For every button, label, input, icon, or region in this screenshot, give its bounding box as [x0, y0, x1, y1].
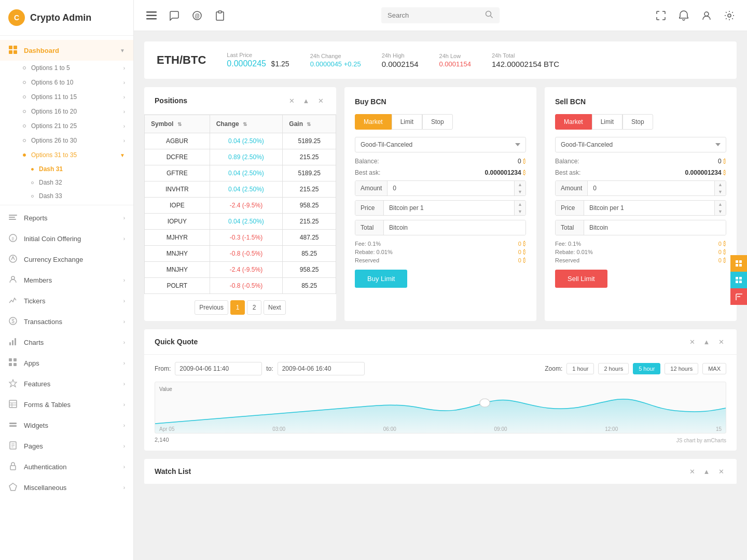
sidebar-item-features[interactable]: Features ›: [0, 373, 133, 394]
user-icon-button[interactable]: [699, 8, 714, 23]
page-1-button[interactable]: 1: [230, 300, 245, 315]
sidebar-item-reports[interactable]: Reports ›: [0, 207, 133, 228]
buy-limit-button[interactable]: Buy Limit: [355, 270, 407, 288]
expand-icon-button[interactable]: [654, 8, 668, 23]
sidebar-item-options-6-10[interactable]: Options 6 to 10 ›: [0, 75, 133, 90]
buy-price-input[interactable]: [384, 201, 514, 215]
high-label: 24h High: [382, 52, 419, 59]
sell-amount-up[interactable]: ▲: [715, 181, 726, 188]
buy-fee-label: Fee: 0.1%: [355, 241, 381, 247]
buy-order-type-select[interactable]: Good-Til-Canceled Immediate-Or-Cancel Fi…: [355, 137, 526, 152]
buy-price-up[interactable]: ▲: [515, 201, 525, 208]
quick-quote-icon1[interactable]: ✕: [687, 337, 697, 347]
buy-price-down[interactable]: ▼: [515, 208, 525, 215]
zoom-1hour-button[interactable]: 1 hour: [566, 363, 594, 374]
sidebar-item-dash32[interactable]: Dash 32: [0, 176, 133, 189]
buy-amount-input[interactable]: [388, 181, 514, 195]
sidebar-item-options-11-15[interactable]: Options 11 to 15 ›: [0, 90, 133, 104]
sell-market-tab[interactable]: Market: [555, 114, 592, 130]
sidebar-item-transactions[interactable]: $ Transactions ›: [0, 311, 133, 332]
sub-arrow: ›: [123, 123, 125, 129]
buy-amount-down[interactable]: ▼: [515, 188, 525, 195]
sub-dot: [23, 110, 26, 113]
buy-amount-up[interactable]: ▲: [515, 181, 525, 188]
right-sidebar-btn-2[interactable]: [730, 272, 747, 288]
sidebar-item-forms[interactable]: Forms & Tables ›: [0, 394, 133, 415]
notification-icon-button[interactable]: [676, 8, 691, 23]
sidebar-item-dash33[interactable]: Dash 33: [0, 189, 133, 203]
sidebar-item-options-1-5[interactable]: Options 1 to 5 ›: [0, 61, 133, 75]
zoom-5hour-button[interactable]: 5 hour: [633, 363, 660, 374]
sidebar-item-options-16-20[interactable]: Options 16 to 20 ›: [0, 104, 133, 119]
svg-point-10: [11, 276, 15, 279]
svg-rect-21: [9, 400, 17, 408]
sidebar-item-label-widgets: Widgets: [24, 422, 123, 429]
quick-quote-icon2[interactable]: ▲: [701, 337, 712, 347]
table-row: AGBUR 0.04 (2.50%) 5189.25: [145, 133, 336, 149]
sidebar-item-apps[interactable]: Apps ›: [0, 353, 133, 373]
zoom-max-button[interactable]: MAX: [702, 363, 726, 374]
sidebar-item-options-21-25[interactable]: Options 21 to 25 ›: [0, 119, 133, 133]
sidebar-item-exchange[interactable]: Currency Exchange: [0, 249, 133, 270]
quick-quote-icon3[interactable]: ✕: [716, 337, 726, 347]
sell-limit-tab[interactable]: Limit: [592, 114, 622, 130]
cell-gain: 215.25: [283, 181, 336, 198]
sell-limit-button[interactable]: Sell Limit: [555, 270, 607, 288]
to-date-input[interactable]: [278, 362, 365, 375]
zoom-12hours-button[interactable]: 12 hours: [665, 363, 698, 374]
svg-text:₿: ₿: [11, 236, 14, 241]
sidebar-item-ico[interactable]: ₿ Initial Coin Offering ›: [0, 228, 133, 249]
watchlist-icon1[interactable]: ✕: [687, 466, 697, 477]
sidebar-item-options-31-35[interactable]: Options 31 to 35 ▼: [0, 148, 133, 162]
watchlist-icon2[interactable]: ▲: [701, 466, 712, 477]
sell-fee-value: 0 ₿: [718, 241, 726, 247]
buy-limit-tab[interactable]: Limit: [392, 114, 422, 130]
sell-price-down[interactable]: ▼: [715, 208, 726, 215]
positions-icon1[interactable]: ✕: [286, 95, 297, 106]
forms-arrow: ›: [123, 402, 125, 408]
chat-icon-button[interactable]: [167, 8, 182, 23]
sidebar-item-dash31[interactable]: Dash 31: [0, 162, 133, 176]
sell-price-up[interactable]: ▲: [715, 201, 726, 208]
positions-icon3[interactable]: ✕: [315, 95, 326, 106]
table-row: IOPUY 0.04 (2.50%) 215.25: [145, 214, 336, 230]
sidebar-item-label-charts: Charts: [24, 339, 123, 346]
sidebar-item-dashboard[interactable]: Dashboard ▼: [0, 40, 133, 61]
buy-market-tab[interactable]: Market: [355, 114, 392, 130]
email-icon-button[interactable]: @: [190, 8, 204, 23]
buy-stop-tab[interactable]: Stop: [422, 114, 453, 130]
menu-icon-button[interactable]: [144, 8, 159, 23]
buy-total-input[interactable]: [384, 220, 525, 235]
sell-order-type-select[interactable]: Good-Til-Canceled Immediate-Or-Cancel Fi…: [555, 137, 726, 152]
right-sidebar-btn-1[interactable]: [730, 255, 747, 272]
sell-stop-tab[interactable]: Stop: [622, 114, 653, 130]
sidebar-item-charts[interactable]: Charts ›: [0, 332, 133, 353]
chart-credit: JS chart by amCharts: [676, 438, 726, 443]
sidebar-item-widgets[interactable]: Widgets ›: [0, 415, 133, 436]
watchlist-icon3[interactable]: ✕: [716, 466, 726, 477]
buy-reserved-label: Reserved: [355, 257, 379, 263]
right-sidebar-btn-3[interactable]: [730, 288, 747, 305]
page-2-button[interactable]: 2: [247, 300, 261, 315]
sell-amount-input[interactable]: [588, 181, 714, 195]
search-input[interactable]: [388, 11, 481, 19]
high-value: 0.0002154: [382, 60, 419, 68]
from-date-input[interactable]: [175, 362, 262, 375]
settings-icon-button[interactable]: [722, 8, 737, 23]
sidebar-item-misc[interactable]: Miscellaneous ›: [0, 477, 133, 498]
sidebar-item-options-26-30[interactable]: Options 26 to 30 ›: [0, 133, 133, 148]
sidebar-item-tickers[interactable]: Tickers ›: [0, 290, 133, 311]
prev-page-button[interactable]: Previous: [195, 300, 228, 315]
sell-total-input[interactable]: [584, 220, 726, 235]
clipboard-icon-button[interactable]: [213, 8, 227, 23]
sidebar-item-members[interactable]: Members ›: [0, 270, 133, 290]
sell-amount-down[interactable]: ▼: [715, 188, 726, 195]
sell-price-input[interactable]: [584, 201, 714, 215]
sidebar-item-pages[interactable]: Pages ›: [0, 436, 133, 456]
sub-arrow: ›: [123, 109, 125, 115]
next-page-button[interactable]: Next: [264, 300, 286, 315]
positions-icon2[interactable]: ▲: [301, 95, 311, 106]
sidebar-item-label-tickers: Tickers: [24, 297, 123, 305]
sidebar-item-auth[interactable]: Authentication ›: [0, 456, 133, 477]
zoom-2hours-button[interactable]: 2 hours: [598, 363, 629, 374]
